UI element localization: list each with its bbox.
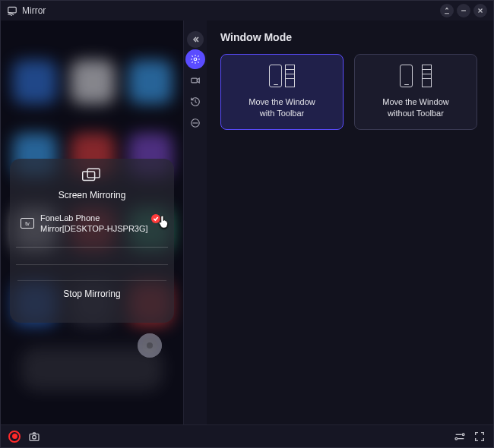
panel-title: Window Mode bbox=[220, 31, 480, 43]
toolbar-toggle-button[interactable] bbox=[454, 431, 466, 443]
app-cast-icon bbox=[7, 5, 17, 16]
mirror-target-row[interactable]: tv FoneLab Phone Mirror[DESKTOP-HJSPR3G] bbox=[17, 208, 166, 239]
record-button[interactable] bbox=[8, 431, 21, 443]
fullscreen-button[interactable] bbox=[473, 431, 486, 443]
svg-point-17 bbox=[455, 437, 458, 440]
mode-with-toolbar-icon bbox=[269, 65, 295, 87]
window-mode-options: Move the Window with Toolbar Move the Wi… bbox=[220, 54, 480, 130]
bottom-bar bbox=[1, 424, 493, 447]
settings-tab-recording[interactable] bbox=[185, 71, 205, 90]
cursor-hand-icon bbox=[157, 214, 171, 229]
screen-mirroring-icon bbox=[82, 168, 102, 185]
settings-tab-history[interactable] bbox=[185, 92, 205, 112]
svg-marker-9 bbox=[197, 78, 199, 83]
settings-tab-forbid[interactable] bbox=[185, 113, 205, 133]
settings-panel: Window Mode Move the Window with Toolbar bbox=[183, 21, 493, 424]
assistive-touch-button[interactable] bbox=[138, 333, 162, 358]
svg-point-7 bbox=[194, 58, 197, 61]
screenshot-button[interactable] bbox=[28, 431, 40, 443]
mode-with-toolbar-label: Move the Window with Toolbar bbox=[249, 96, 315, 119]
title-bar: Mirror bbox=[1, 1, 493, 21]
svg-rect-5 bbox=[87, 169, 100, 178]
popup-separator bbox=[16, 264, 168, 265]
svg-point-15 bbox=[462, 434, 464, 436]
svg-rect-0 bbox=[8, 7, 17, 13]
settings-icon-rail bbox=[184, 21, 207, 424]
app-title: Mirror bbox=[22, 5, 46, 16]
svg-rect-4 bbox=[83, 172, 95, 181]
popup-title: Screen Mirroring bbox=[59, 190, 126, 200]
svg-rect-8 bbox=[192, 78, 198, 83]
window-mode-without-toolbar[interactable]: Move the Window without Toolbar bbox=[354, 54, 477, 130]
close-button[interactable] bbox=[473, 4, 487, 17]
panel-content: Window Mode Move the Window with Toolbar bbox=[207, 21, 493, 424]
popup-header: Screen Mirroring bbox=[17, 168, 166, 208]
popup-separator bbox=[16, 247, 168, 248]
appletv-icon: tv bbox=[21, 218, 34, 229]
minimize-button[interactable] bbox=[457, 4, 470, 17]
mode-without-toolbar-icon bbox=[400, 65, 432, 87]
title-bar-left: Mirror bbox=[7, 5, 46, 16]
screen-mirroring-popup: Screen Mirroring tv FoneLab Phone Mirror… bbox=[10, 159, 174, 323]
svg-point-13 bbox=[33, 435, 36, 439]
mirror-target-name: FoneLab Phone Mirror[DESKTOP-HJSPR3G] bbox=[40, 213, 163, 235]
stop-mirroring-button[interactable]: Stop Mirroring bbox=[17, 280, 166, 308]
collapse-panel-button[interactable] bbox=[187, 31, 204, 48]
window-controls bbox=[440, 4, 487, 17]
window-mode-with-toolbar[interactable]: Move the Window with Toolbar bbox=[220, 54, 344, 130]
pin-button[interactable] bbox=[440, 4, 454, 17]
mode-without-toolbar-label: Move the Window without Toolbar bbox=[382, 96, 448, 119]
main-area: Screen Mirroring tv FoneLab Phone Mirror… bbox=[1, 21, 493, 424]
mirrored-phone-screen[interactable]: Screen Mirroring tv FoneLab Phone Mirror… bbox=[1, 21, 183, 424]
settings-tab-general[interactable] bbox=[185, 49, 205, 69]
